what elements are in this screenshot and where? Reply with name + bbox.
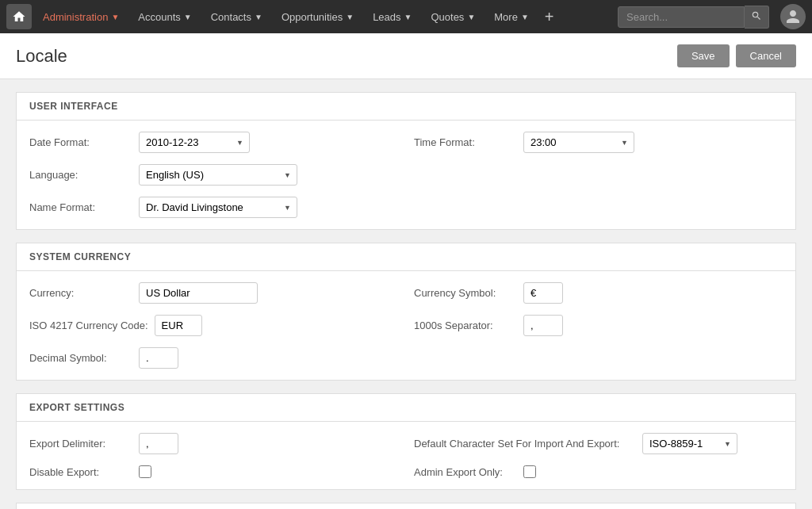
add-button[interactable]: + <box>540 8 559 26</box>
iso-group: ISO 4217 Currency Code: <box>29 315 398 336</box>
iso-row: ISO 4217 Currency Code: 1000s Separator: <box>29 315 783 336</box>
nav-item-leads[interactable]: Leads ▼ <box>365 6 419 28</box>
name-format-row: Name Format: Dr. David Livingstone <box>29 197 783 218</box>
time-format-select-wrapper: 23:00 <box>523 132 634 153</box>
search-button[interactable] <box>745 6 769 29</box>
export-settings-header: EXPORT SETTINGS <box>17 394 795 422</box>
decimal-row: Decimal Symbol: <box>29 347 783 369</box>
language-select-wrapper: English (US) <box>139 164 297 186</box>
date-format-select[interactable]: 2010-12-23 <box>139 132 250 153</box>
page-header: Locale Save Cancel <box>0 33 812 79</box>
charset-select[interactable]: ISO-8859-1 <box>642 433 737 454</box>
quotes-caret-icon: ▼ <box>467 13 475 21</box>
currency-symbol-label: Currency Symbol: <box>414 287 517 299</box>
language-group: Language: English (US) <box>29 164 398 186</box>
search-input[interactable] <box>618 6 745 28</box>
currency-label: Currency: <box>29 287 132 299</box>
decimal-symbol-input[interactable] <box>139 347 178 369</box>
administration-caret-icon: ▼ <box>111 13 119 21</box>
name-format-group: Name Format: Dr. David Livingstone <box>29 197 398 218</box>
language-label: Language: <box>29 169 132 181</box>
iso-label: ISO 4217 Currency Code: <box>29 320 148 331</box>
nav-item-more[interactable]: More ▼ <box>486 6 537 28</box>
save-button[interactable]: Save <box>677 44 730 67</box>
name-format-label: Name Format: <box>29 201 132 213</box>
nav-item-administration[interactable]: Administration ▼ <box>35 6 127 28</box>
cancel-button[interactable]: Cancel <box>736 44 796 67</box>
database-collation-header: DATABASE COLLATION <box>17 503 795 509</box>
user-avatar[interactable] <box>780 4 806 29</box>
nav-item-opportunities[interactable]: Opportunities ▼ <box>274 6 362 28</box>
date-format-group: Date Format: 2010-12-23 <box>29 132 398 153</box>
more-caret-icon: ▼ <box>521 13 529 21</box>
disable-export-row: Disable Export: Admin Export Only: <box>29 465 783 478</box>
header-actions: Save Cancel <box>677 44 796 67</box>
admin-export-group: Admin Export Only: <box>414 465 783 478</box>
opportunities-caret-icon: ▼ <box>346 13 354 21</box>
language-select[interactable]: English (US) <box>139 164 297 186</box>
export-delimiter-label: Export Delimiter: <box>29 438 132 450</box>
system-currency-section: SYSTEM CURRENCY Currency: Currency Symbo… <box>16 243 796 381</box>
iso-input[interactable] <box>155 315 202 336</box>
page-title: Locale <box>16 46 67 67</box>
time-format-label: Time Format: <box>414 136 517 148</box>
export-settings-section: EXPORT SETTINGS Export Delimiter: Defaul… <box>16 393 796 490</box>
leads-caret-icon: ▼ <box>404 13 412 21</box>
admin-export-label: Admin Export Only: <box>414 466 517 478</box>
thousands-separator-group: 1000s Separator: <box>414 315 783 336</box>
name-format-select-wrapper: Dr. David Livingstone <box>139 197 297 218</box>
currency-symbol-input[interactable] <box>523 282 563 304</box>
home-button[interactable] <box>6 4 32 29</box>
disable-export-checkbox[interactable] <box>139 465 151 478</box>
currency-row: Currency: Currency Symbol: <box>29 282 783 304</box>
content: USER INTERFACE Date Format: 2010-12-23 T… <box>0 79 812 509</box>
thousands-separator-label: 1000s Separator: <box>414 320 517 331</box>
language-row: Language: English (US) <box>29 164 783 186</box>
contacts-caret-icon: ▼ <box>255 13 262 21</box>
accounts-caret-icon: ▼ <box>184 13 192 21</box>
currency-input[interactable] <box>139 282 258 304</box>
navbar: Administration ▼ Accounts ▼ Contacts ▼ O… <box>0 0 812 33</box>
user-interface-section: USER INTERFACE Date Format: 2010-12-23 T… <box>16 92 796 230</box>
admin-export-checkbox[interactable] <box>523 465 536 478</box>
export-delimiter-group: Export Delimiter: <box>29 433 398 454</box>
default-charset-group: Default Character Set For Import And Exp… <box>414 433 783 454</box>
currency-group: Currency: <box>29 282 398 304</box>
date-format-select-wrapper: 2010-12-23 <box>139 132 250 153</box>
name-format-select[interactable]: Dr. David Livingstone <box>139 197 297 218</box>
user-interface-header: USER INTERFACE <box>17 93 795 121</box>
decimal-group: Decimal Symbol: <box>29 347 398 369</box>
time-format-group: Time Format: 23:00 <box>414 132 783 153</box>
search-bar <box>618 6 769 29</box>
export-settings-body: Export Delimiter: Default Character Set … <box>17 422 795 489</box>
disable-export-label: Disable Export: <box>29 466 132 478</box>
nav-item-quotes[interactable]: Quotes ▼ <box>423 6 483 28</box>
default-charset-label: Default Character Set For Import And Exp… <box>414 438 636 450</box>
currency-symbol-group: Currency Symbol: <box>414 282 783 304</box>
export-delimiter-input[interactable] <box>139 433 178 454</box>
decimal-symbol-label: Decimal Symbol: <box>29 352 132 364</box>
thousands-separator-input[interactable] <box>523 315 563 336</box>
export-delimiter-row: Export Delimiter: Default Character Set … <box>29 433 783 454</box>
database-collation-section: DATABASE COLLATION <box>16 503 796 509</box>
date-time-row: Date Format: 2010-12-23 Time Format: 23:… <box>29 132 783 153</box>
charset-select-wrapper: ISO-8859-1 <box>642 433 737 454</box>
system-currency-body: Currency: Currency Symbol: ISO 4217 Curr… <box>17 271 795 380</box>
system-currency-header: SYSTEM CURRENCY <box>17 243 795 271</box>
time-format-select[interactable]: 23:00 <box>523 132 634 153</box>
user-interface-body: Date Format: 2010-12-23 Time Format: 23:… <box>17 121 795 229</box>
date-format-label: Date Format: <box>29 136 132 148</box>
nav-item-contacts[interactable]: Contacts ▼ <box>203 6 270 28</box>
nav-item-accounts[interactable]: Accounts ▼ <box>130 6 199 28</box>
disable-export-group: Disable Export: <box>29 465 398 478</box>
